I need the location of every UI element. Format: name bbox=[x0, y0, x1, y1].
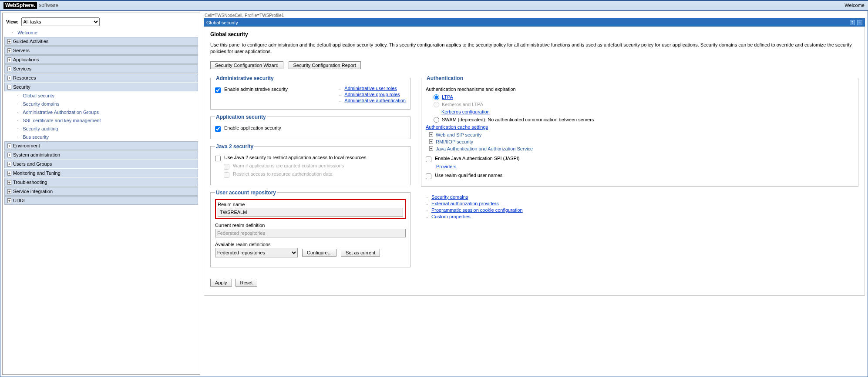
nav-servers[interactable]: +Servers bbox=[4, 46, 198, 55]
enable-admin-security-checkbox[interactable] bbox=[215, 87, 221, 93]
extra-links: Security domains External authorization … bbox=[421, 194, 858, 219]
plus-icon[interactable]: + bbox=[7, 153, 11, 157]
nav-system-administration[interactable]: +System administration bbox=[4, 150, 198, 159]
set-as-current-button[interactable]: Set as current bbox=[341, 249, 380, 257]
plus-icon[interactable]: + bbox=[7, 67, 11, 71]
realm-qualified-label: Use realm-qualified user names bbox=[435, 173, 502, 178]
nav-bus-security[interactable]: Bus security bbox=[4, 133, 198, 141]
configure-button[interactable]: Configure... bbox=[302, 249, 336, 257]
plus-icon[interactable]: + bbox=[7, 171, 11, 176]
warn-permissions-label: Warn if applications are granted custom … bbox=[233, 163, 344, 168]
portlet-title: Global security bbox=[206, 20, 238, 25]
security-wizard-button[interactable]: Security Configuration Wizard bbox=[210, 61, 283, 69]
nav-administrative-authorization-groups[interactable]: Administrative Authorization Groups bbox=[4, 108, 198, 116]
security-report-button[interactable]: Security Configuration Report bbox=[289, 61, 361, 69]
external-auth-providers-link[interactable]: External authorization providers bbox=[431, 201, 499, 206]
ltpa-link[interactable]: LTPA bbox=[442, 94, 453, 100]
available-realm-select[interactable]: Federated repositories bbox=[215, 248, 298, 257]
administrative-security-section: Administrative security Enable administr… bbox=[210, 75, 410, 110]
sidebar: View: All tasks ▪Welcome+Guided Activiti… bbox=[2, 13, 200, 375]
swam-label: SWAM (deprecated): No authenticated comm… bbox=[442, 117, 594, 122]
nav-welcome[interactable]: ▪Welcome bbox=[4, 29, 198, 37]
enable-app-security-checkbox[interactable] bbox=[215, 126, 221, 132]
nav-label: Users and Groups bbox=[13, 161, 52, 167]
custom-properties-link[interactable]: Custom properties bbox=[431, 214, 471, 219]
session-cookie-config-link[interactable]: Programmatic session cookie configuratio… bbox=[431, 207, 523, 213]
nav-label: UDDI bbox=[13, 198, 25, 203]
nav-label: Troubleshooting bbox=[13, 180, 47, 185]
logo: WebSphere. software bbox=[3, 2, 59, 9]
nav-troubleshooting[interactable]: +Troubleshooting bbox=[4, 178, 198, 187]
enable-admin-security-label: Enable administrative security bbox=[224, 87, 288, 92]
nav-label: Applications bbox=[13, 57, 39, 62]
plus-icon[interactable]: + bbox=[7, 143, 11, 148]
nav-uddi[interactable]: +UDDI bbox=[4, 196, 198, 205]
nav-monitoring-and-tuning[interactable]: +Monitoring and Tuning bbox=[4, 169, 198, 177]
nav-label: System administration bbox=[13, 152, 60, 157]
plus-icon[interactable]: + bbox=[7, 76, 11, 80]
nav-label: Servers bbox=[13, 48, 30, 53]
reset-button[interactable]: Reset bbox=[236, 279, 258, 287]
minimize-icon[interactable]: – bbox=[857, 20, 862, 25]
nav-environment[interactable]: +Environment bbox=[4, 141, 198, 150]
view-select[interactable]: All tasks bbox=[21, 17, 100, 26]
kerberos-config-link[interactable]: Kerberos configuration bbox=[441, 109, 490, 114]
realm-qualified-checkbox[interactable] bbox=[426, 173, 431, 179]
plus-icon[interactable]: + bbox=[429, 146, 433, 151]
nav-services[interactable]: +Services bbox=[4, 64, 198, 73]
plus-icon[interactable]: + bbox=[7, 57, 11, 62]
ltpa-radio[interactable] bbox=[434, 94, 439, 100]
nav-label: Guided Activities bbox=[13, 39, 48, 44]
plus-icon[interactable]: + bbox=[7, 198, 11, 203]
realm-name-input[interactable] bbox=[218, 208, 403, 217]
nav-guided-activities[interactable]: +Guided Activities bbox=[4, 37, 198, 46]
plus-icon[interactable]: + bbox=[7, 180, 11, 185]
admin-authentication-link[interactable]: Administrative authentication bbox=[344, 98, 406, 103]
restrict-access-label: Restrict access to resource authenticati… bbox=[233, 171, 333, 177]
kerberos-label: Kerberos and LTPA bbox=[442, 102, 483, 107]
java2-security-legend: Java 2 security bbox=[215, 143, 254, 150]
use-java2-checkbox[interactable] bbox=[215, 156, 221, 161]
nav-resources[interactable]: +Resources bbox=[4, 73, 198, 82]
security-domains-link[interactable]: Security domains bbox=[431, 194, 468, 200]
jaas-link[interactable]: Java Authentication and Authorization Se… bbox=[436, 146, 533, 151]
plus-icon[interactable]: + bbox=[7, 39, 11, 44]
plus-icon[interactable]: + bbox=[7, 48, 11, 53]
enable-jaspi-checkbox[interactable] bbox=[426, 157, 431, 162]
nav-label: Services bbox=[13, 66, 31, 71]
minus-icon[interactable]: - bbox=[7, 85, 11, 90]
nav-security-auditing[interactable]: Security auditing bbox=[4, 125, 198, 133]
portlet-body: Global security Use this panel to config… bbox=[204, 27, 865, 296]
plus-icon[interactable]: + bbox=[7, 162, 11, 167]
warn-permissions-checkbox bbox=[224, 164, 229, 170]
enable-app-security-label: Enable application security bbox=[224, 125, 281, 130]
auth-cache-settings-link[interactable]: Authentication cache settings bbox=[426, 124, 488, 130]
java2-security-section: Java 2 security Use Java 2 security to r… bbox=[210, 143, 410, 185]
available-realm-label: Available realm definitions bbox=[215, 242, 406, 247]
plus-icon[interactable]: + bbox=[429, 139, 433, 144]
nav-label: Environment bbox=[13, 143, 40, 148]
nav-security[interactable]: -Security bbox=[4, 83, 198, 91]
help-icon[interactable]: ? bbox=[850, 20, 855, 25]
admin-group-roles-link[interactable]: Administrative group roles bbox=[344, 92, 400, 97]
nav-ssl-certificate-and-key-management[interactable]: SSL certificate and key management bbox=[4, 117, 198, 124]
use-java2-label: Use Java 2 security to restrict applicat… bbox=[224, 155, 366, 160]
plus-icon[interactable]: + bbox=[7, 189, 11, 194]
user-account-repository-section: User account repository Realm name Curre… bbox=[210, 190, 410, 267]
nav-users-and-groups[interactable]: +Users and Groups bbox=[4, 160, 198, 168]
web-sip-security-link[interactable]: Web and SIP security bbox=[436, 132, 481, 137]
apply-button[interactable]: Apply bbox=[210, 279, 232, 287]
nav-global-security[interactable]: Global security bbox=[4, 92, 198, 100]
plus-icon[interactable]: + bbox=[429, 132, 433, 137]
view-label: View: bbox=[6, 19, 19, 24]
restrict-access-checkbox bbox=[224, 172, 229, 178]
nav-service-integration[interactable]: +Service integration bbox=[4, 187, 198, 196]
swam-radio[interactable] bbox=[434, 117, 439, 123]
admin-user-roles-link[interactable]: Administrative user roles bbox=[344, 86, 397, 91]
providers-link[interactable]: Providers bbox=[436, 164, 456, 169]
nav-applications[interactable]: +Applications bbox=[4, 55, 198, 64]
rmi-iiop-security-link[interactable]: RMI/IIOP security bbox=[436, 139, 473, 144]
page-title: Global security bbox=[210, 31, 858, 37]
nav-security-domains[interactable]: Security domains bbox=[4, 100, 198, 108]
content-area: Cell=TWSNodeCell, Profile=TWSProfile1 Gl… bbox=[201, 11, 868, 377]
